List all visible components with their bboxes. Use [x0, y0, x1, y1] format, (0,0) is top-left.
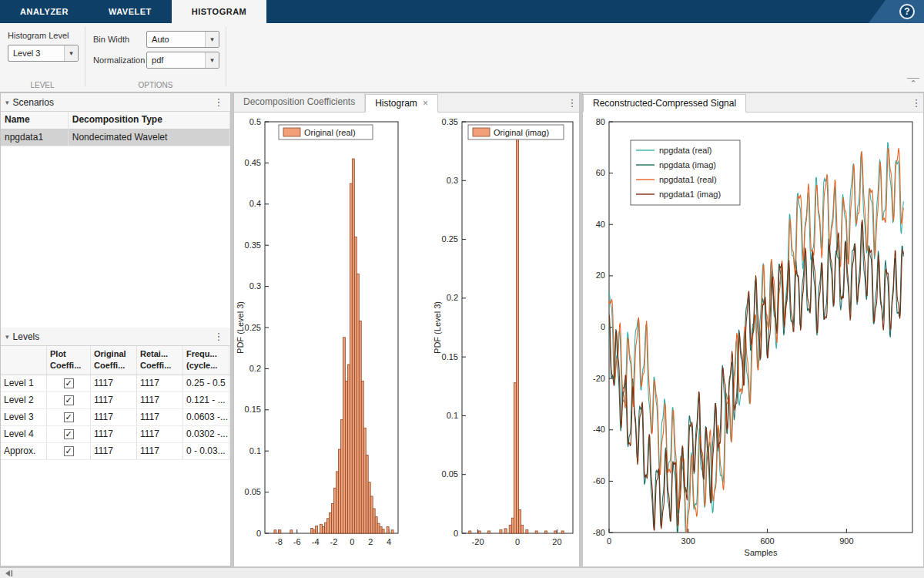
close-tab-icon[interactable]: × [423, 98, 428, 109]
kebab-menu-icon[interactable]: ⋮ [212, 96, 226, 108]
svg-text:-40: -40 [593, 425, 605, 434]
histogram-level-value: Level 3 [13, 49, 40, 58]
svg-text:0.25: 0.25 [442, 234, 458, 244]
table-row[interactable]: Level 4✓111711170.0302 -... [1, 426, 230, 443]
svg-text:0.45: 0.45 [245, 158, 261, 167]
svg-text:0.1: 0.1 [249, 446, 261, 455]
retained-coefficients-cell: 1117 [137, 392, 183, 408]
original-coefficients-cell: 1117 [91, 375, 137, 391]
frequency-range-cell: 0.0603 -... [183, 409, 229, 425]
svg-text:npgdata1 (real): npgdata1 (real) [659, 175, 717, 184]
svg-text:0: 0 [601, 322, 605, 331]
kebab-menu-icon[interactable]: ⋮ [565, 97, 579, 109]
svg-text:-20: -20 [593, 374, 605, 383]
levels-header[interactable]: ▾ Levels ⋮ [1, 328, 230, 346]
ribbon: Histogram Level Level 3 ▾ LEVEL Bin Widt… [0, 23, 924, 92]
histogram-level-dropdown[interactable]: Level 3 ▾ [8, 45, 79, 62]
levels-column-header[interactable]: PlotCoeffi... [47, 346, 91, 375]
scenarios-header[interactable]: ▾ Scenarios ⋮ [1, 93, 230, 112]
plot-coefficients-checkbox[interactable]: ✓ [47, 426, 91, 442]
chevron-down-icon: ▾ [64, 45, 78, 61]
collapse-ribbon-icon[interactable]: ⌃ [907, 78, 919, 89]
frequency-range-cell: 0 - 0.03... [183, 443, 229, 459]
options-section-label: OPTIONS [85, 81, 226, 89]
bin-width-label: Bin Width [93, 35, 146, 44]
checkbox-check-icon: ✓ [64, 429, 74, 439]
svg-text:-80: -80 [593, 528, 605, 537]
svg-text:0.4: 0.4 [249, 199, 261, 208]
svg-text:0: 0 [350, 537, 354, 546]
plot-coefficients-checkbox[interactable]: ✓ [47, 392, 91, 408]
checkbox-check-icon: ✓ [64, 412, 74, 422]
histogram-plots-canvas: 00.050.10.150.20.250.30.350.40.450.5-8-6… [234, 113, 581, 566]
table-row[interactable]: Level 3✓111711170.0603 -... [1, 409, 230, 426]
svg-text:PDF (Level 3): PDF (Level 3) [433, 301, 442, 354]
levels-column-header[interactable]: Frequ...(cycle... [183, 346, 229, 375]
table-row[interactable]: npgdata1Nondecimated Wavelet [1, 129, 230, 146]
tab-histogram-doc[interactable]: Histogram× [365, 94, 438, 113]
svg-text:0.05: 0.05 [442, 469, 458, 479]
table-row[interactable]: Level 2✓111711170.121 - ... [1, 392, 230, 409]
svg-text:Original (real): Original (real) [304, 128, 356, 137]
tab-wavelet[interactable]: WAVELET [89, 0, 172, 23]
ribbon-section-level: Histogram Level Level 3 ▾ LEVEL [0, 23, 85, 92]
level-label-cell: Level 2 [1, 392, 47, 408]
svg-text:20: 20 [552, 537, 561, 546]
right-tabbar: Reconstructed-Compressed Signal ⋮ [583, 93, 923, 113]
tab-histogram[interactable]: HISTOGRAM [172, 0, 267, 23]
svg-text:0.5: 0.5 [249, 117, 261, 126]
histogram-document-panel: Decomposition Coefficients Histogram× ⋮ … [233, 92, 580, 566]
level-section-label: LEVEL [0, 81, 85, 89]
levels-column-header[interactable]: Retai...Coeffi... [137, 346, 183, 375]
svg-text:Samples: Samples [745, 548, 778, 557]
scenario-name-cell: npgdata1 [1, 129, 69, 146]
collapse-left-icon[interactable] [4, 570, 13, 577]
levels-column-header[interactable] [1, 346, 47, 375]
bin-width-dropdown[interactable]: Auto ▾ [146, 31, 219, 48]
svg-text:0: 0 [256, 529, 261, 538]
plot-coefficients-checkbox[interactable]: ✓ [47, 375, 91, 391]
caret-down-icon: ▾ [5, 99, 9, 106]
svg-text:0.3: 0.3 [249, 281, 261, 291]
normalization-label: Normalization [93, 55, 146, 65]
plot-coefficients-checkbox[interactable]: ✓ [47, 409, 91, 425]
column-header-name[interactable]: Name [1, 112, 69, 129]
histogram-plots-area: 00.050.10.150.20.250.30.350.40.450.5-8-6… [234, 113, 579, 566]
svg-text:-8: -8 [275, 537, 283, 546]
svg-text:0.35: 0.35 [442, 117, 458, 126]
caret-down-icon: ▾ [5, 333, 9, 341]
signal-plot-canvas: -80-60-40-200204060800300600900Samplesnp… [583, 113, 924, 566]
svg-text:0.1: 0.1 [447, 411, 458, 420]
column-header-decomposition-type[interactable]: Decomposition Type [69, 112, 230, 129]
levels-column-header[interactable]: OriginalCoeffi... [91, 346, 137, 375]
help-wedge [869, 0, 924, 23]
svg-text:-2: -2 [330, 537, 338, 546]
svg-text:0: 0 [607, 536, 611, 546]
retained-coefficients-cell: 1117 [137, 426, 183, 442]
svg-text:60: 60 [596, 168, 605, 177]
svg-text:0.15: 0.15 [442, 352, 458, 361]
tab-analyzer[interactable]: ANALYZER [0, 0, 89, 23]
original-coefficients-cell: 1117 [91, 392, 137, 408]
help-icon[interactable]: ? [899, 4, 915, 19]
normalization-dropdown[interactable]: pdf ▾ [146, 52, 219, 69]
scenarios-table-header: Name Decomposition Type [1, 112, 230, 129]
frequency-range-cell: 0.121 - ... [183, 392, 229, 408]
svg-text:80: 80 [596, 117, 605, 126]
table-row[interactable]: Level 1✓111711170.25 - 0.5 [1, 375, 230, 392]
middle-tabbar: Decomposition Coefficients Histogram× ⋮ [234, 93, 579, 113]
tab-decomposition-coefficients[interactable]: Decomposition Coefficients [234, 93, 365, 112]
svg-text:40: 40 [596, 220, 605, 229]
table-row[interactable]: Approx.✓111711170 - 0.03... [1, 443, 230, 460]
svg-text:-4: -4 [312, 537, 320, 546]
retained-coefficients-cell: 1117 [137, 375, 183, 391]
level-label-cell: Approx. [1, 443, 47, 459]
kebab-menu-icon[interactable]: ⋮ [909, 97, 923, 109]
kebab-menu-icon[interactable]: ⋮ [212, 331, 226, 342]
plot-coefficients-checkbox[interactable]: ✓ [47, 443, 91, 459]
toolstrip-tabbar: ANALYZER WAVELET HISTOGRAM ? [0, 0, 924, 23]
browser-panel: ▾ Scenarios ⋮ Name Decomposition Type np… [0, 92, 231, 566]
levels-title: Levels [13, 331, 40, 342]
svg-text:900: 900 [839, 536, 853, 546]
tab-reconstructed-compressed-signal[interactable]: Reconstructed-Compressed Signal [583, 94, 746, 113]
